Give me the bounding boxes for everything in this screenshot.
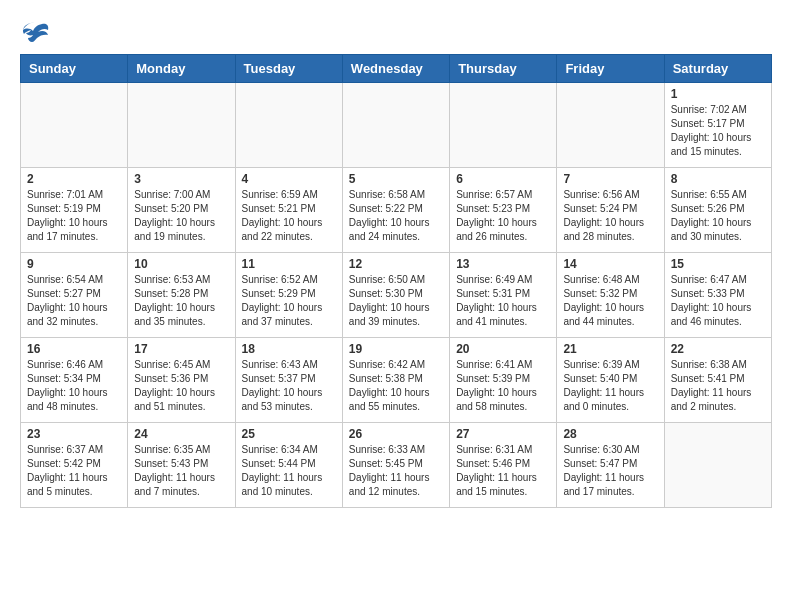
day-number: 1 <box>671 87 765 101</box>
day-info: Sunrise: 6:33 AM Sunset: 5:45 PM Dayligh… <box>349 443 443 499</box>
calendar-cell: 18Sunrise: 6:43 AM Sunset: 5:37 PM Dayli… <box>235 338 342 423</box>
day-number: 16 <box>27 342 121 356</box>
calendar-cell: 11Sunrise: 6:52 AM Sunset: 5:29 PM Dayli… <box>235 253 342 338</box>
calendar-cell <box>557 83 664 168</box>
day-number: 12 <box>349 257 443 271</box>
calendar-cell: 25Sunrise: 6:34 AM Sunset: 5:44 PM Dayli… <box>235 423 342 508</box>
day-number: 13 <box>456 257 550 271</box>
calendar-cell: 5Sunrise: 6:58 AM Sunset: 5:22 PM Daylig… <box>342 168 449 253</box>
day-info: Sunrise: 6:30 AM Sunset: 5:47 PM Dayligh… <box>563 443 657 499</box>
weekday-header-monday: Monday <box>128 55 235 83</box>
weekday-header-tuesday: Tuesday <box>235 55 342 83</box>
calendar-cell: 10Sunrise: 6:53 AM Sunset: 5:28 PM Dayli… <box>128 253 235 338</box>
day-info: Sunrise: 6:39 AM Sunset: 5:40 PM Dayligh… <box>563 358 657 414</box>
logo-icon <box>20 20 50 44</box>
calendar-cell: 6Sunrise: 6:57 AM Sunset: 5:23 PM Daylig… <box>450 168 557 253</box>
day-number: 15 <box>671 257 765 271</box>
day-info: Sunrise: 6:58 AM Sunset: 5:22 PM Dayligh… <box>349 188 443 244</box>
day-info: Sunrise: 6:54 AM Sunset: 5:27 PM Dayligh… <box>27 273 121 329</box>
calendar-cell <box>21 83 128 168</box>
day-info: Sunrise: 6:52 AM Sunset: 5:29 PM Dayligh… <box>242 273 336 329</box>
calendar-table: SundayMondayTuesdayWednesdayThursdayFrid… <box>20 54 772 508</box>
calendar-cell: 3Sunrise: 7:00 AM Sunset: 5:20 PM Daylig… <box>128 168 235 253</box>
calendar-cell: 22Sunrise: 6:38 AM Sunset: 5:41 PM Dayli… <box>664 338 771 423</box>
weekday-header-sunday: Sunday <box>21 55 128 83</box>
calendar-cell: 19Sunrise: 6:42 AM Sunset: 5:38 PM Dayli… <box>342 338 449 423</box>
day-info: Sunrise: 6:55 AM Sunset: 5:26 PM Dayligh… <box>671 188 765 244</box>
day-number: 5 <box>349 172 443 186</box>
calendar-cell: 28Sunrise: 6:30 AM Sunset: 5:47 PM Dayli… <box>557 423 664 508</box>
day-info: Sunrise: 6:34 AM Sunset: 5:44 PM Dayligh… <box>242 443 336 499</box>
day-number: 26 <box>349 427 443 441</box>
day-number: 9 <box>27 257 121 271</box>
day-number: 8 <box>671 172 765 186</box>
calendar-cell: 7Sunrise: 6:56 AM Sunset: 5:24 PM Daylig… <box>557 168 664 253</box>
calendar-cell: 27Sunrise: 6:31 AM Sunset: 5:46 PM Dayli… <box>450 423 557 508</box>
day-number: 22 <box>671 342 765 356</box>
calendar-cell: 13Sunrise: 6:49 AM Sunset: 5:31 PM Dayli… <box>450 253 557 338</box>
day-info: Sunrise: 6:59 AM Sunset: 5:21 PM Dayligh… <box>242 188 336 244</box>
day-number: 21 <box>563 342 657 356</box>
calendar-cell <box>664 423 771 508</box>
day-number: 17 <box>134 342 228 356</box>
day-number: 18 <box>242 342 336 356</box>
day-number: 20 <box>456 342 550 356</box>
day-info: Sunrise: 6:43 AM Sunset: 5:37 PM Dayligh… <box>242 358 336 414</box>
weekday-header-wednesday: Wednesday <box>342 55 449 83</box>
week-row-3: 9Sunrise: 6:54 AM Sunset: 5:27 PM Daylig… <box>21 253 772 338</box>
day-number: 10 <box>134 257 228 271</box>
day-info: Sunrise: 6:50 AM Sunset: 5:30 PM Dayligh… <box>349 273 443 329</box>
calendar-cell: 16Sunrise: 6:46 AM Sunset: 5:34 PM Dayli… <box>21 338 128 423</box>
day-info: Sunrise: 7:00 AM Sunset: 5:20 PM Dayligh… <box>134 188 228 244</box>
day-info: Sunrise: 6:49 AM Sunset: 5:31 PM Dayligh… <box>456 273 550 329</box>
day-info: Sunrise: 7:01 AM Sunset: 5:19 PM Dayligh… <box>27 188 121 244</box>
day-info: Sunrise: 7:02 AM Sunset: 5:17 PM Dayligh… <box>671 103 765 159</box>
calendar-cell: 24Sunrise: 6:35 AM Sunset: 5:43 PM Dayli… <box>128 423 235 508</box>
logo <box>20 20 54 44</box>
calendar-cell: 2Sunrise: 7:01 AM Sunset: 5:19 PM Daylig… <box>21 168 128 253</box>
day-number: 14 <box>563 257 657 271</box>
day-info: Sunrise: 6:56 AM Sunset: 5:24 PM Dayligh… <box>563 188 657 244</box>
day-info: Sunrise: 6:45 AM Sunset: 5:36 PM Dayligh… <box>134 358 228 414</box>
calendar-cell <box>342 83 449 168</box>
day-info: Sunrise: 6:41 AM Sunset: 5:39 PM Dayligh… <box>456 358 550 414</box>
day-number: 2 <box>27 172 121 186</box>
calendar-cell: 23Sunrise: 6:37 AM Sunset: 5:42 PM Dayli… <box>21 423 128 508</box>
week-row-4: 16Sunrise: 6:46 AM Sunset: 5:34 PM Dayli… <box>21 338 772 423</box>
week-row-5: 23Sunrise: 6:37 AM Sunset: 5:42 PM Dayli… <box>21 423 772 508</box>
calendar-cell: 26Sunrise: 6:33 AM Sunset: 5:45 PM Dayli… <box>342 423 449 508</box>
day-number: 6 <box>456 172 550 186</box>
day-info: Sunrise: 6:57 AM Sunset: 5:23 PM Dayligh… <box>456 188 550 244</box>
day-info: Sunrise: 6:48 AM Sunset: 5:32 PM Dayligh… <box>563 273 657 329</box>
day-info: Sunrise: 6:42 AM Sunset: 5:38 PM Dayligh… <box>349 358 443 414</box>
day-info: Sunrise: 6:31 AM Sunset: 5:46 PM Dayligh… <box>456 443 550 499</box>
weekday-header-thursday: Thursday <box>450 55 557 83</box>
day-number: 27 <box>456 427 550 441</box>
page-header <box>20 20 772 44</box>
calendar-cell: 4Sunrise: 6:59 AM Sunset: 5:21 PM Daylig… <box>235 168 342 253</box>
day-number: 7 <box>563 172 657 186</box>
day-info: Sunrise: 6:38 AM Sunset: 5:41 PM Dayligh… <box>671 358 765 414</box>
day-number: 19 <box>349 342 443 356</box>
calendar-cell: 8Sunrise: 6:55 AM Sunset: 5:26 PM Daylig… <box>664 168 771 253</box>
day-number: 11 <box>242 257 336 271</box>
calendar-cell: 15Sunrise: 6:47 AM Sunset: 5:33 PM Dayli… <box>664 253 771 338</box>
day-info: Sunrise: 6:46 AM Sunset: 5:34 PM Dayligh… <box>27 358 121 414</box>
day-number: 25 <box>242 427 336 441</box>
day-info: Sunrise: 6:37 AM Sunset: 5:42 PM Dayligh… <box>27 443 121 499</box>
calendar-cell: 12Sunrise: 6:50 AM Sunset: 5:30 PM Dayli… <box>342 253 449 338</box>
calendar-cell: 14Sunrise: 6:48 AM Sunset: 5:32 PM Dayli… <box>557 253 664 338</box>
calendar-cell: 17Sunrise: 6:45 AM Sunset: 5:36 PM Dayli… <box>128 338 235 423</box>
day-number: 23 <box>27 427 121 441</box>
calendar-cell <box>128 83 235 168</box>
week-row-2: 2Sunrise: 7:01 AM Sunset: 5:19 PM Daylig… <box>21 168 772 253</box>
calendar-cell: 20Sunrise: 6:41 AM Sunset: 5:39 PM Dayli… <box>450 338 557 423</box>
calendar-cell <box>450 83 557 168</box>
calendar-cell <box>235 83 342 168</box>
weekday-header-saturday: Saturday <box>664 55 771 83</box>
day-number: 24 <box>134 427 228 441</box>
calendar-cell: 1Sunrise: 7:02 AM Sunset: 5:17 PM Daylig… <box>664 83 771 168</box>
day-number: 28 <box>563 427 657 441</box>
day-info: Sunrise: 6:53 AM Sunset: 5:28 PM Dayligh… <box>134 273 228 329</box>
day-info: Sunrise: 6:47 AM Sunset: 5:33 PM Dayligh… <box>671 273 765 329</box>
